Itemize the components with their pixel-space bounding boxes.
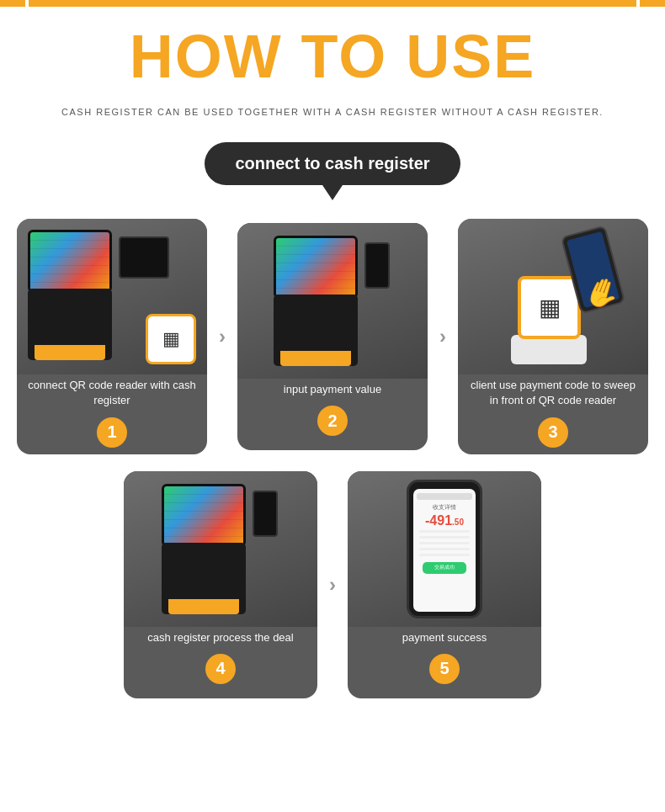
payment-screen: 收支详情 -491.50 交易成功: [413, 489, 476, 612]
pos-body-1: [28, 289, 112, 360]
qr-reader-1: ▦: [146, 314, 196, 364]
payment-line-1: [419, 530, 469, 533]
payment-line-3: [419, 542, 469, 544]
step1-image-area: ▦: [17, 219, 207, 374]
step4-label: cash register process the deal: [139, 627, 301, 654]
pos-body-2: [274, 295, 358, 366]
step-card-1: ▦ connect QR code reader with cash regis…: [17, 219, 207, 454]
payment-amount: -491.50: [425, 513, 464, 528]
step-card-3: ▦ ✋ client use payment code to sweep in …: [458, 219, 648, 454]
top-bar-main: [29, 0, 636, 7]
success-btn-label: 交易成功: [434, 564, 455, 571]
payment-line-4: [419, 548, 469, 550]
step3-label: client use payment code to sweep in fron…: [458, 374, 648, 417]
pos-screen-small-4: [253, 491, 278, 537]
payment-phone: 收支详情 -491.50 交易成功: [407, 480, 482, 618]
success-btn: 交易成功: [423, 562, 467, 574]
pos-screen-4: [162, 484, 246, 547]
step4-illustration: [162, 484, 279, 614]
payment-line-2: [419, 536, 469, 539]
payment-line-5: [419, 554, 469, 556]
steps-row-2: cash register process the deal 4 › 收支详情: [17, 471, 648, 698]
title-section: HOW TO USE: [0, 7, 665, 98]
pos-screen-small-2: [364, 242, 390, 289]
steps-row-1: ▦ connect QR code reader with cash regis…: [17, 219, 648, 454]
top-bar-right: [640, 0, 665, 7]
step1-badge: 1: [97, 417, 127, 448]
step4-image-area: [124, 471, 317, 627]
step3-image-area: ▦ ✋: [458, 219, 648, 374]
step3-illustration: ▦ ✋: [486, 230, 620, 364]
arrow-2-3: ›: [439, 325, 446, 348]
pos-screen-2: [274, 236, 358, 299]
page-wrapper: HOW TO USE CASH REGISTER CAN BE USED TOG…: [0, 0, 665, 732]
step-card-5: 收支详情 -491.50 交易成功: [348, 471, 541, 698]
step2-image-area: [237, 223, 428, 379]
step1-illustration: ▦: [28, 230, 196, 364]
qr-body: ▦: [518, 276, 581, 339]
step2-label: input payment value: [275, 379, 390, 406]
step4-badge: 4: [205, 654, 236, 684]
pos-body-4: [162, 543, 246, 614]
pos-screen-1: [28, 230, 112, 293]
step-card-4: cash register process the deal 4: [124, 471, 317, 698]
step2-illustration: [274, 236, 391, 366]
step-card-2: input payment value 2: [237, 223, 428, 450]
steps-section: ▦ connect QR code reader with cash regis…: [0, 210, 665, 706]
payment-header: 收支详情: [433, 503, 456, 512]
qr-base: [511, 335, 587, 364]
step3-badge: 3: [538, 417, 568, 448]
step2-badge: 2: [317, 406, 348, 436]
top-bar-left: [0, 0, 25, 7]
bubble-container: connect to cash register: [0, 142, 665, 185]
main-title: HOW TO USE: [0, 24, 665, 90]
top-decoration-bars: [0, 0, 665, 7]
arrow-1-2: ›: [219, 325, 226, 348]
phone-status-bar-5: [417, 493, 472, 500]
step5-badge: 5: [429, 654, 460, 684]
step1-label: connect QR code reader with cash registe…: [17, 374, 207, 417]
arrow-4-5: ›: [329, 573, 336, 597]
speech-bubble: connect to cash register: [205, 142, 460, 185]
subtitle-section: CASH REGISTER CAN BE USED TOGETHER WITH …: [0, 98, 665, 134]
subtitle-text: CASH REGISTER CAN BE USED TOGETHER WITH …: [34, 107, 631, 117]
step5-image-area: 收支详情 -491.50 交易成功: [348, 471, 541, 627]
pos-screen-small-1: [119, 236, 169, 279]
step5-label: payment success: [394, 627, 495, 654]
